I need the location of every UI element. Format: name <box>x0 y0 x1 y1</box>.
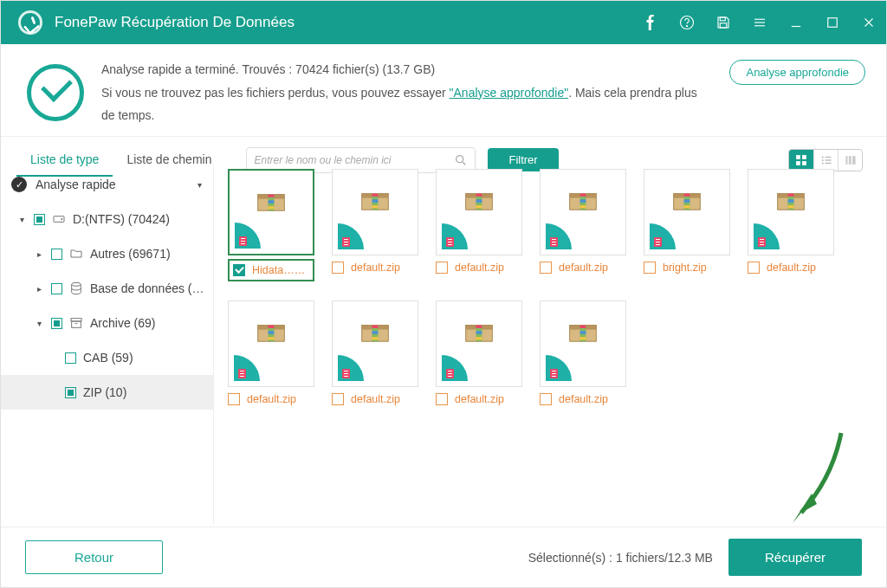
svg-rect-96 <box>269 331 275 333</box>
svg-rect-45 <box>372 194 379 197</box>
file-card[interactable]: default.zip <box>540 169 626 281</box>
file-thumbnail[interactable] <box>332 169 418 255</box>
chevron-right-icon[interactable]: ▸ <box>34 249 44 259</box>
svg-rect-85 <box>788 194 794 197</box>
status-hint: Si vous ne trouvez pas les fichiers perd… <box>101 81 712 127</box>
file-checkbox[interactable] <box>233 264 245 276</box>
file-card[interactable]: default.zip <box>228 300 314 405</box>
svg-rect-117 <box>476 337 482 339</box>
svg-rect-51 <box>344 244 348 245</box>
svg-rect-77 <box>684 205 690 208</box>
checkbox-partial[interactable] <box>65 387 76 398</box>
svg-rect-61 <box>448 244 452 245</box>
tree-autres[interactable]: ▸ Autres (69671) <box>1 236 213 271</box>
main-body: ✓ Analyse rapide ▾ ▾ D:(NTFS) (70424) ▸ … <box>1 164 886 525</box>
svg-point-17 <box>821 156 823 158</box>
file-checkbox[interactable] <box>332 262 344 274</box>
file-card[interactable]: default.zip <box>748 169 834 281</box>
file-thumbnail[interactable] <box>436 300 522 387</box>
checkbox-partial[interactable] <box>51 318 62 329</box>
database-icon <box>69 281 83 295</box>
file-checkbox[interactable] <box>540 393 552 405</box>
svg-rect-75 <box>684 194 690 197</box>
svg-rect-115 <box>476 326 482 328</box>
close-icon[interactable] <box>860 14 877 31</box>
file-thumbnail[interactable] <box>540 300 626 387</box>
file-name: bright.zip <box>663 262 707 274</box>
svg-rect-55 <box>476 194 482 197</box>
svg-rect-3 <box>720 23 727 28</box>
svg-rect-121 <box>448 376 452 377</box>
svg-rect-81 <box>656 244 660 245</box>
chevron-right-icon[interactable]: ▸ <box>34 284 44 294</box>
deep-scan-button[interactable]: Analyse approfondie <box>729 60 865 85</box>
tree-archive[interactable]: ▾ Archive (69) <box>1 306 213 340</box>
checkbox-partial[interactable] <box>34 214 45 225</box>
recover-button[interactable]: Récupérer <box>728 539 862 576</box>
menu-icon[interactable] <box>751 14 768 31</box>
file-name: default.zip <box>559 262 608 274</box>
file-checkbox[interactable] <box>436 262 448 274</box>
file-checkbox[interactable] <box>540 262 552 274</box>
file-name: Hidata…F).zip <box>252 264 309 276</box>
svg-rect-67 <box>580 205 586 208</box>
file-card[interactable]: default.zip <box>332 300 418 405</box>
back-button[interactable]: Retour <box>25 540 163 574</box>
tree-quick-scan[interactable]: ✓ Analyse rapide ▾ <box>1 167 213 202</box>
file-checkbox[interactable] <box>436 393 448 405</box>
maximize-icon[interactable] <box>824 14 841 31</box>
svg-rect-59 <box>448 239 452 240</box>
status-summary: Analyse rapide a terminé. Trouvés : 7042… <box>101 58 712 81</box>
svg-rect-47 <box>372 205 379 208</box>
tree-drive[interactable]: ▾ D:(NTFS) (70424) <box>1 202 213 236</box>
file-card[interactable]: default.zip <box>436 300 522 405</box>
svg-rect-107 <box>372 337 379 339</box>
file-thumbnail[interactable] <box>540 169 626 255</box>
file-checkbox[interactable] <box>748 262 760 274</box>
file-card[interactable]: Hidata…F).zip <box>228 169 314 281</box>
save-icon[interactable] <box>715 14 732 31</box>
file-thumbnail[interactable] <box>748 169 834 255</box>
selection-info: Sélectionné(s) : 1 fichiers/12.3 MB <box>528 551 713 565</box>
file-thumbnail[interactable] <box>228 169 314 255</box>
footer: Retour Sélectionné(s) : 1 fichiers/12.3 … <box>1 527 886 587</box>
file-checkbox[interactable] <box>228 393 240 405</box>
minimize-icon[interactable] <box>787 14 805 31</box>
svg-rect-39 <box>241 238 245 239</box>
svg-rect-127 <box>580 337 586 339</box>
file-checkbox[interactable] <box>332 393 344 405</box>
svg-point-28 <box>72 282 81 286</box>
file-checkbox[interactable] <box>644 262 656 274</box>
deep-scan-link[interactable]: "Analyse approfondie" <box>450 86 569 100</box>
file-thumbnail[interactable] <box>228 300 314 387</box>
folder-icon <box>69 247 83 261</box>
svg-point-11 <box>456 155 463 162</box>
file-thumbnail[interactable] <box>332 300 418 387</box>
tree-database[interactable]: ▸ Base de données (684) <box>1 271 213 306</box>
checkbox[interactable] <box>65 352 76 364</box>
svg-rect-89 <box>760 239 764 240</box>
file-thumbnail[interactable] <box>644 169 730 255</box>
file-card[interactable]: default.zip <box>540 300 626 405</box>
file-card[interactable]: default.zip <box>332 169 418 281</box>
svg-rect-119 <box>448 371 452 372</box>
svg-rect-79 <box>656 239 660 240</box>
svg-rect-35 <box>269 195 275 197</box>
chevron-down-icon[interactable]: ▾ <box>34 319 44 328</box>
chevron-down-icon[interactable]: ▾ <box>16 215 27 224</box>
svg-rect-87 <box>788 205 794 208</box>
svg-rect-2 <box>720 17 725 21</box>
svg-rect-131 <box>552 376 556 377</box>
svg-rect-70 <box>552 242 556 242</box>
checkbox[interactable] <box>51 249 62 260</box>
help-icon[interactable] <box>678 14 696 31</box>
facebook-icon[interactable] <box>642 14 659 31</box>
tree-zip[interactable]: ZIP (10) <box>1 375 213 410</box>
svg-rect-8 <box>828 18 838 28</box>
chevron-down-icon[interactable]: ▾ <box>194 180 204 190</box>
checkbox[interactable] <box>51 283 62 294</box>
tree-cab[interactable]: CAB (59) <box>1 340 213 375</box>
file-card[interactable]: bright.zip <box>644 169 730 281</box>
file-thumbnail[interactable] <box>436 169 522 255</box>
file-card[interactable]: default.zip <box>436 169 522 281</box>
